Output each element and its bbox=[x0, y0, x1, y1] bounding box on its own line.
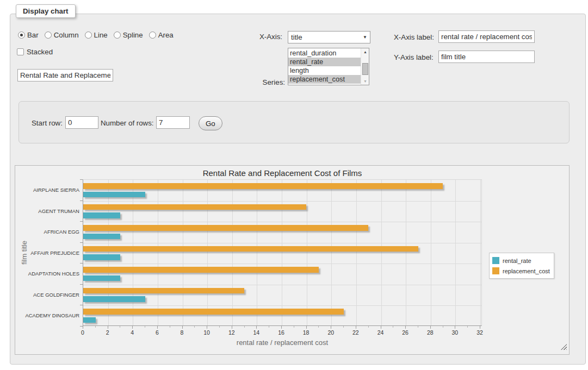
go-button[interactable]: Go bbox=[199, 116, 222, 130]
x-tick bbox=[318, 326, 319, 328]
stacked-checkbox[interactable] bbox=[17, 48, 24, 55]
chart-bar-rental_rate bbox=[83, 192, 145, 198]
series-options: rental_durationrental_ratelengthreplacem… bbox=[288, 49, 361, 84]
y-tick bbox=[80, 200, 83, 201]
x-tick-label: 26 bbox=[397, 329, 413, 336]
listbox-scrollbar[interactable]: ▲ ▼ bbox=[361, 48, 369, 85]
resize-handle-icon[interactable] bbox=[561, 344, 567, 350]
chart-type-label: Bar bbox=[27, 31, 39, 39]
number-of-rows-label: Number of rows: bbox=[101, 119, 154, 127]
chart-type-label: Spline bbox=[123, 31, 143, 39]
x-tick-label: 18 bbox=[298, 329, 314, 336]
series-option-rental_rate[interactable]: rental_rate bbox=[288, 58, 361, 66]
chart-bar-replacement_cost bbox=[83, 288, 244, 294]
gridline bbox=[257, 180, 257, 325]
chart-type-line[interactable]: Line bbox=[85, 31, 108, 39]
chart-type-bar[interactable]: Bar bbox=[18, 31, 39, 39]
chart-bar-replacement_cost bbox=[83, 309, 344, 315]
x-tick-label: 20 bbox=[323, 329, 339, 336]
chart-type-column[interactable]: Column bbox=[45, 31, 79, 39]
gridline bbox=[133, 180, 133, 325]
x-tick bbox=[95, 326, 96, 328]
legend-swatch bbox=[492, 267, 499, 274]
chart-type-label: Line bbox=[94, 31, 108, 39]
scrollbar-thumb[interactable] bbox=[362, 63, 368, 75]
x-tick-label: 22 bbox=[348, 329, 364, 336]
start-row-input[interactable] bbox=[65, 116, 98, 129]
chart-title: Rental Rate and Replacement Cost of Film… bbox=[83, 168, 482, 178]
gridline bbox=[356, 180, 357, 325]
chart-title-input[interactable] bbox=[17, 69, 113, 81]
x-tick bbox=[207, 326, 207, 329]
start-row-label: Start row: bbox=[32, 119, 63, 127]
gridline bbox=[282, 180, 282, 325]
x-tick bbox=[443, 326, 443, 328]
chart-type-label: Area bbox=[158, 31, 174, 39]
chart-bar-replacement_cost bbox=[83, 204, 306, 210]
legend-item-rental_rate[interactable]: rental_rate bbox=[492, 255, 550, 266]
x-tick bbox=[405, 326, 406, 329]
chart-bar-rental_rate bbox=[83, 254, 120, 260]
x-tick bbox=[306, 326, 307, 329]
gridline bbox=[83, 243, 481, 243]
x-axis-select[interactable]: title ▼ bbox=[288, 31, 370, 43]
y-axis-label-field-label: Y-Axis label: bbox=[394, 53, 434, 61]
x-tick-label: 10 bbox=[199, 329, 215, 336]
chart-type-area[interactable]: Area bbox=[149, 31, 174, 39]
legend-label: rental_rate bbox=[503, 258, 531, 264]
stacked-option[interactable]: Stacked bbox=[17, 48, 53, 56]
series-option-replacement_cost[interactable]: replacement_cost bbox=[288, 75, 361, 84]
legend-swatch bbox=[492, 257, 499, 264]
series-option-rental_duration[interactable]: rental_duration bbox=[288, 49, 361, 58]
radio-icon[interactable] bbox=[45, 32, 52, 39]
radio-icon[interactable] bbox=[149, 32, 156, 39]
x-tick-label: 28 bbox=[422, 329, 438, 336]
gridline bbox=[331, 180, 332, 325]
scroll-up-icon[interactable]: ▲ bbox=[361, 48, 369, 55]
radio-icon[interactable] bbox=[18, 32, 25, 39]
x-tick bbox=[182, 326, 183, 329]
x-tick bbox=[393, 326, 393, 328]
x-tick bbox=[120, 326, 120, 328]
x-tick bbox=[281, 326, 282, 329]
chart-type-spline[interactable]: Spline bbox=[114, 31, 143, 39]
gridline bbox=[406, 180, 406, 325]
radio-icon[interactable] bbox=[114, 32, 121, 39]
x-tick bbox=[381, 326, 381, 329]
scroll-down-icon[interactable]: ▼ bbox=[361, 78, 369, 85]
gridline bbox=[232, 180, 233, 325]
x-axis-title: rental rate / replacement cost bbox=[83, 338, 482, 347]
category-label: AFFAIR PREJUDICE bbox=[15, 250, 79, 256]
category-label: ACE GOLDFINGER bbox=[15, 292, 79, 298]
plot-area bbox=[83, 179, 482, 326]
row-range-panel: Start row: Number of rows: Go bbox=[18, 101, 570, 143]
x-tick bbox=[132, 326, 133, 329]
x-axis-select-value: title bbox=[291, 33, 302, 41]
x-tick-label: 16 bbox=[273, 329, 289, 336]
number-of-rows-input[interactable] bbox=[156, 116, 190, 129]
y-tick bbox=[80, 221, 83, 222]
legend-item-replacement_cost[interactable]: replacement_cost bbox=[492, 266, 550, 276]
gridline bbox=[455, 180, 456, 325]
x-tick bbox=[343, 326, 344, 328]
stacked-label: Stacked bbox=[27, 48, 53, 56]
radio-icon[interactable] bbox=[85, 32, 92, 39]
x-tick-label: 30 bbox=[447, 329, 463, 336]
x-tick bbox=[467, 326, 468, 328]
x-tick bbox=[170, 326, 170, 328]
category-label: AGENT TRUMAN bbox=[15, 208, 79, 214]
x-axis-label-input[interactable] bbox=[438, 30, 535, 43]
display-chart-panel: Display chart BarColumnLineSplineArea St… bbox=[10, 14, 586, 365]
category-label: AFRICAN EGG bbox=[15, 229, 79, 235]
category-label: AIRPLANE SIERRA bbox=[15, 187, 79, 193]
y-tick bbox=[80, 305, 83, 305]
chart-bar-rental_rate bbox=[83, 317, 96, 323]
x-tick bbox=[368, 326, 369, 328]
chart-bar-rental_rate bbox=[83, 212, 120, 218]
x-tick-label: 12 bbox=[224, 329, 240, 336]
series-listbox[interactable]: rental_durationrental_ratelengthreplacem… bbox=[288, 48, 369, 85]
gridline bbox=[83, 285, 481, 285]
chart-bar-replacement_cost bbox=[83, 225, 368, 231]
series-option-length[interactable]: length bbox=[288, 66, 361, 75]
y-axis-label-input[interactable] bbox=[438, 51, 535, 63]
